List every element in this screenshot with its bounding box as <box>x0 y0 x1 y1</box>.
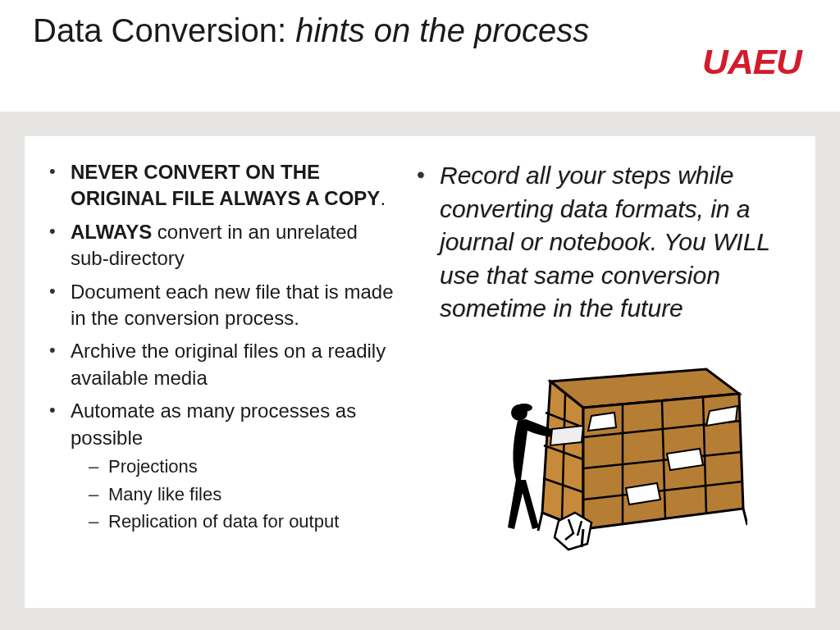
list-item: Document each new file that is made in t… <box>49 279 394 332</box>
slide-title: Data Conversion: hints on the process <box>33 10 589 51</box>
bullet-1-tail: . <box>380 187 386 209</box>
svg-line-22 <box>743 509 747 525</box>
title-prefix: Data Conversion: <box>33 12 295 48</box>
title-italic: hints on the process <box>295 12 589 48</box>
logo-text: UAEU <box>702 43 801 82</box>
svg-line-21 <box>582 529 583 547</box>
bullet-1-bold: NEVER CONVERT ON THE ORIGINAL FILE ALWAY… <box>71 161 380 209</box>
filing-cabinet-icon <box>460 349 747 554</box>
slide-body: NEVER CONVERT ON THE ORIGINAL FILE ALWAY… <box>25 136 815 608</box>
bullet-2-bold: ALWAYS <box>71 221 152 243</box>
slide-header: Data Conversion: hints on the process UA… <box>0 0 840 112</box>
right-column: Record all your steps while converting d… <box>417 159 791 591</box>
list-item: Replication of data for output <box>89 509 394 534</box>
list-item: NEVER CONVERT ON THE ORIGINAL FILE ALWAY… <box>49 159 394 212</box>
svg-marker-19 <box>550 426 583 445</box>
filing-cabinet-illustration <box>417 349 791 554</box>
right-bullet-text: Record all your steps while converting d… <box>417 159 791 340</box>
list-item: ALWAYS convert in an unrelated sub-direc… <box>49 219 394 272</box>
sub-bullet-list: Projections Many like files Replication … <box>71 454 394 534</box>
svg-line-20 <box>538 513 542 531</box>
list-item: Many like files <box>89 482 394 507</box>
content-wrap: NEVER CONVERT ON THE ORIGINAL FILE ALWAY… <box>0 112 840 608</box>
list-item: Archive the original files on a readily … <box>49 338 394 391</box>
bullet-5-text: Automate as many processes as possible <box>71 399 356 448</box>
list-item: Projections <box>89 454 394 479</box>
logo: UAEU <box>705 43 799 82</box>
left-column: NEVER CONVERT ON THE ORIGINAL FILE ALWAY… <box>49 159 394 591</box>
svg-marker-13 <box>588 413 616 431</box>
svg-point-18 <box>516 404 532 412</box>
list-item: Automate as many processes as possible P… <box>49 398 394 534</box>
main-bullet-list: NEVER CONVERT ON THE ORIGINAL FILE ALWAY… <box>49 159 394 534</box>
